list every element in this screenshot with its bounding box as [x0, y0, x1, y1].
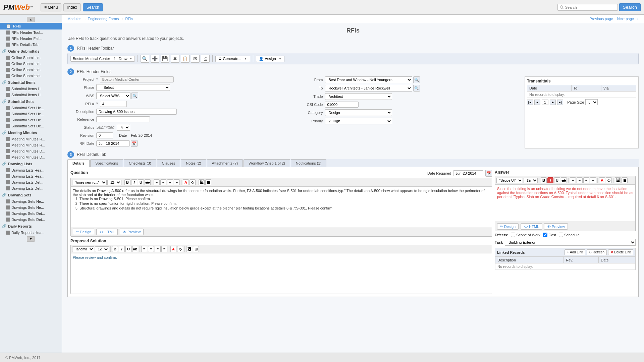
sidebar-item-os-2[interactable]: Online Submittals [0, 61, 62, 67]
category-select[interactable]: Design [325, 109, 392, 116]
sidebar-item-ds-1[interactable]: Drawings Sets He... [0, 198, 62, 204]
bold-btn-q[interactable]: B [124, 179, 130, 185]
answer-editor-content[interactable]: Since the building is an unheated buildi… [495, 185, 635, 222]
date-required-cal-icon[interactable]: 📅 [485, 170, 492, 177]
schedule-checkbox[interactable] [559, 233, 563, 237]
to-search-icon[interactable]: 🔍 [413, 85, 420, 92]
date-required-input[interactable] [453, 170, 483, 176]
description-input[interactable] [96, 109, 177, 115]
sidebar-item-ss-4[interactable]: Submittal Sets De... [0, 123, 62, 129]
group-drawing-sets[interactable]: 🔗 Drawing Sets [0, 191, 62, 198]
sidebar-item-mm-3[interactable]: Meeting Minutes D... [0, 148, 62, 154]
tab-workflow[interactable]: Workflow (Step 1 of 2) [244, 159, 290, 167]
group-online-submittals[interactable]: 🔗 Online Submittals [0, 48, 62, 55]
group-meeting-minutes[interactable]: 🔗 Meeting Minutes [0, 129, 62, 136]
answer-design-btn[interactable]: ✏ Design [497, 223, 519, 230]
sidebar-item-ss-1[interactable]: Submittal Sets He... [0, 105, 62, 111]
sidebar-item-ds-3[interactable]: Drawings Sets Det... [0, 210, 62, 217]
delete-toolbar-btn[interactable]: ✖ [171, 55, 179, 63]
align-center-btn-q[interactable]: ≡ [160, 179, 166, 185]
proposed-size-select[interactable]: 12px [95, 246, 109, 252]
justify-btn-q[interactable]: ≡ [174, 179, 180, 185]
sidebar-item-ds-2[interactable]: Drawings Sets He... [0, 204, 62, 210]
answer-html-btn[interactable]: <> HTML [521, 223, 542, 230]
question-preview-btn[interactable]: 👁 Preview [120, 229, 144, 235]
underline-btn-p[interactable]: U [125, 246, 131, 252]
proposed-editor-content[interactable]: Please review and confirm. [71, 253, 492, 294]
sidebar-scroll-down[interactable]: ▼ [27, 236, 35, 242]
trans-prev-btn[interactable]: ◄ [534, 100, 540, 105]
sidebar-item-mm-2[interactable]: Meeting Minutes H... [0, 142, 62, 148]
sidebar-item-rfis-toolbar[interactable]: RFIs Header Tool... [0, 29, 62, 36]
breadcrumb-engineering-forms[interactable]: Engineering Forms [88, 17, 119, 21]
status-select[interactable]: ▼ [117, 124, 130, 131]
next-page-link[interactable]: Next page → [617, 17, 639, 21]
sidebar-item-dl-4[interactable]: Drawing Lists Det... [0, 185, 62, 191]
print-toolbar-btn[interactable]: 🖨 [201, 55, 210, 63]
sidebar-item-ss-3[interactable]: Submittal Sets De... [0, 117, 62, 123]
copy-toolbar-btn[interactable]: 📋 [181, 55, 190, 63]
justify-btn-p[interactable]: ≡ [161, 246, 167, 252]
align-center-btn-a[interactable]: ≡ [577, 177, 583, 183]
prev-page-link[interactable]: ← Previous page [585, 17, 613, 21]
image-btn-p[interactable]: 🖼 [186, 246, 192, 252]
bg-color-btn-a[interactable]: ◇ [606, 177, 612, 183]
rfi-date-input[interactable] [96, 140, 130, 146]
font-color-btn-p[interactable]: A [170, 246, 176, 252]
sidebar-item-mm-1[interactable]: Meeting Minutes H... [0, 136, 62, 142]
search-toolbar-btn[interactable]: 🔍 [141, 55, 149, 63]
image-btn-q[interactable]: 🖼 [199, 179, 205, 185]
sidebar-scroll-up[interactable]: ▲ [27, 17, 35, 22]
align-left-btn-q[interactable]: ≡ [154, 179, 160, 185]
align-left-btn-p[interactable]: ≡ [141, 246, 147, 252]
from-search-icon[interactable]: 🔍 [413, 76, 420, 83]
project-input[interactable] [100, 76, 174, 82]
group-submittal-sets[interactable]: 🔗 Submittal Sets [0, 98, 62, 105]
reference-input[interactable] [96, 116, 150, 122]
align-left-btn-a[interactable]: ≡ [570, 177, 576, 183]
refresh-button[interactable]: ↻ Refresh [587, 249, 607, 255]
to-select[interactable]: Rockwell Architects - Janice Rockwell [325, 85, 412, 92]
trans-next-btn[interactable]: ► [550, 100, 556, 105]
question-font-select[interactable]: "times new ro..." [72, 180, 107, 185]
group-submittal-items[interactable]: 🔗 Submittal Items [0, 79, 62, 86]
strikethrough-btn-p[interactable]: ab [132, 246, 138, 252]
project-selector[interactable]: Boston Medical Center - 4 - Draw ▼ [70, 56, 135, 62]
tab-notes[interactable]: Notes (2) [181, 159, 206, 167]
question-html-btn[interactable]: <> HTML [96, 229, 118, 235]
italic-btn-p[interactable]: I [119, 246, 125, 252]
tab-specifications[interactable]: Specifications [90, 159, 123, 167]
sidebar-item-dl-1[interactable]: Drawing Lists Hea... [0, 167, 62, 173]
sidebar-item-rfis[interactable]: 📋 RFIs [0, 23, 62, 29]
wbs-search-icon[interactable]: 🔍 [131, 93, 138, 99]
group-drawing-lists[interactable]: 🔗 Drawing Lists [0, 160, 62, 167]
search-submit-button[interactable]: Search [619, 3, 641, 11]
tab-clauses[interactable]: Clauses [157, 159, 180, 167]
priority-select[interactable]: 2. High [325, 118, 392, 124]
bold-btn-p[interactable]: B [112, 246, 118, 252]
tab-attachments[interactable]: Attachments (7) [207, 159, 243, 167]
sidebar-item-rfis-fields[interactable]: RFIs Header Fiel... [0, 36, 62, 42]
strikethrough-btn-a[interactable]: ab [561, 177, 567, 183]
sidebar-item-dl-3[interactable]: Drawing Lists Det... [0, 179, 62, 185]
table-btn-a[interactable]: ⊞ [622, 177, 628, 183]
align-center-btn-p[interactable]: ≡ [148, 246, 154, 252]
assign-button[interactable]: 👤 Assign ▼ [256, 56, 285, 62]
sidebar-item-rfis-details[interactable]: RFIs Details Tab [0, 42, 62, 48]
revision-input[interactable] [96, 132, 113, 138]
cost-checkbox[interactable] [543, 233, 547, 237]
scope-of-work-checkbox-item[interactable]: Scope of Work [511, 233, 540, 237]
sidebar-item-dr-1[interactable]: Daily Reports Hea... [0, 230, 62, 236]
breadcrumb-modules[interactable]: Modules [67, 17, 82, 21]
italic-btn-q[interactable]: I [131, 179, 137, 185]
add-link-button[interactable]: + Add Link [565, 249, 585, 255]
sidebar-item-si-1[interactable]: Submittal Items H... [0, 86, 62, 92]
email-toolbar-btn[interactable]: ✉ [191, 55, 200, 63]
index-button[interactable]: Index [63, 3, 80, 11]
rfi-num-input[interactable] [100, 101, 127, 107]
underline-btn-a[interactable]: U [554, 177, 560, 183]
table-btn-q[interactable]: ⊞ [205, 179, 211, 185]
wbs-select[interactable]: Select WBS... [96, 93, 130, 99]
align-right-btn-p[interactable]: ≡ [155, 246, 161, 252]
italic-btn-a[interactable]: I [547, 177, 553, 183]
